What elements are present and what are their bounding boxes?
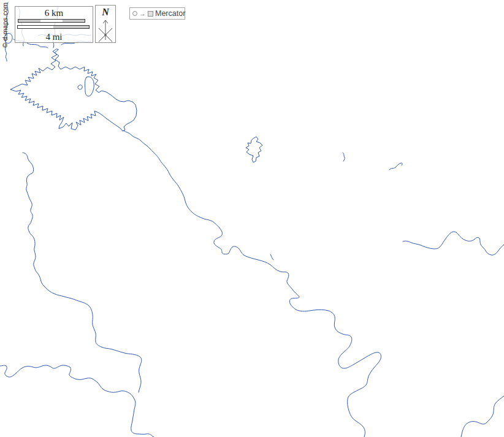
scale-segment	[18, 26, 53, 28]
main-river	[123, 131, 381, 437]
compass-rose-icon	[96, 18, 115, 42]
lake-island-ring	[85, 77, 94, 96]
stream-mark	[270, 254, 273, 260]
stream-mark	[389, 163, 402, 170]
scale-bar-mi	[17, 25, 90, 29]
scale-segment	[40, 20, 63, 22]
stream-mark	[343, 153, 345, 161]
north-label: N	[96, 7, 115, 18]
corner-river	[461, 396, 504, 437]
copyright-watermark: © d-maps.com	[1, 2, 9, 48]
scale-bar-box: 6 km 4 mi	[15, 6, 93, 43]
scale-segment	[63, 20, 85, 22]
west-tributary	[0, 365, 154, 437]
right-river	[403, 232, 504, 255]
small-lake	[246, 137, 262, 162]
blank-map-canvas	[0, 0, 504, 437]
scale-km-label: 6 km	[15, 9, 93, 18]
projection-badge: → Mercator	[129, 7, 185, 20]
left-river	[23, 153, 142, 392]
lake-islet	[78, 85, 82, 89]
globe-circle-icon	[132, 11, 137, 16]
arrow-right-icon: →	[139, 10, 146, 17]
scale-segment	[53, 26, 89, 28]
north-indicator-box: N	[95, 5, 116, 43]
flat-square-icon	[148, 11, 153, 17]
lake-outline	[10, 49, 137, 131]
scale-mi-label: 4 mi	[15, 32, 93, 42]
projection-label: Mercator	[155, 9, 185, 18]
scale-segment	[18, 20, 40, 22]
scale-bar-km	[18, 19, 85, 23]
